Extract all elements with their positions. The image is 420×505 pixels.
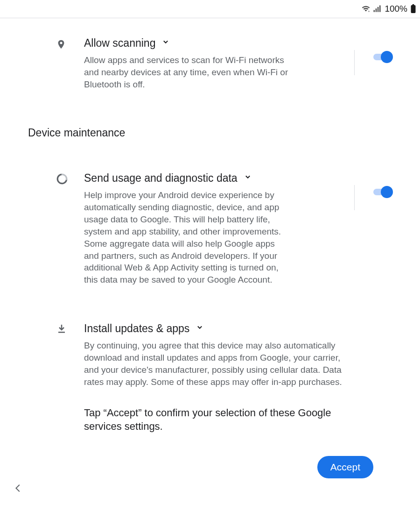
install-updates-title-row[interactable]: Install updates & apps	[84, 322, 392, 335]
divider	[354, 50, 355, 75]
chevron-down-icon	[195, 322, 204, 335]
svg-text:+: +	[368, 9, 371, 14]
allow-scanning-row[interactable]: Allow scanning Allow apps and services t…	[56, 37, 392, 90]
chevron-down-icon	[161, 37, 170, 50]
send-diagnostic-title: Send usage and diagnostic data	[84, 172, 238, 185]
accept-button[interactable]: Accept	[317, 456, 373, 478]
back-button[interactable]	[13, 482, 23, 497]
install-updates-description: By continuing, you agree that this devic…	[84, 340, 345, 388]
divider	[354, 185, 355, 210]
allow-scanning-title-row[interactable]: Allow scanning	[84, 37, 354, 50]
download-icon	[56, 322, 84, 336]
location-pin-icon	[56, 37, 84, 53]
allow-scanning-title: Allow scanning	[84, 37, 155, 50]
battery-percentage: 100%	[385, 4, 407, 14]
send-diagnostic-description: Help improve your Android device experie…	[84, 189, 289, 286]
send-diagnostic-title-row[interactable]: Send usage and diagnostic data	[84, 172, 354, 185]
svg-rect-3	[378, 7, 379, 12]
allow-scanning-description: Allow apps and services to scan for Wi-F…	[84, 54, 289, 90]
svg-rect-4	[379, 6, 381, 12]
send-diagnostic-toggle[interactable]	[373, 185, 392, 198]
signal-icon	[372, 4, 382, 14]
settings-content: Allow scanning Allow apps and services t…	[0, 18, 420, 478]
install-updates-title: Install updates & apps	[84, 322, 189, 335]
battery-icon	[410, 4, 416, 14]
svg-rect-2	[376, 8, 377, 12]
chevron-down-icon	[243, 172, 252, 185]
svg-rect-1	[374, 10, 375, 12]
device-maintenance-header: Device maintenance	[28, 127, 392, 139]
send-diagnostic-row[interactable]: Send usage and diagnostic data Help impr…	[56, 172, 392, 286]
confirm-text: Tap “Accept” to confirm your selection o…	[84, 406, 345, 433]
svg-rect-6	[411, 5, 416, 13]
svg-rect-7	[58, 332, 65, 333]
install-updates-row[interactable]: Install updates & apps By continuing, yo…	[56, 322, 392, 388]
data-usage-icon	[56, 172, 84, 187]
wifi-icon: +	[361, 4, 371, 14]
allow-scanning-toggle[interactable]	[373, 50, 392, 63]
status-bar: + 100%	[0, 0, 420, 18]
